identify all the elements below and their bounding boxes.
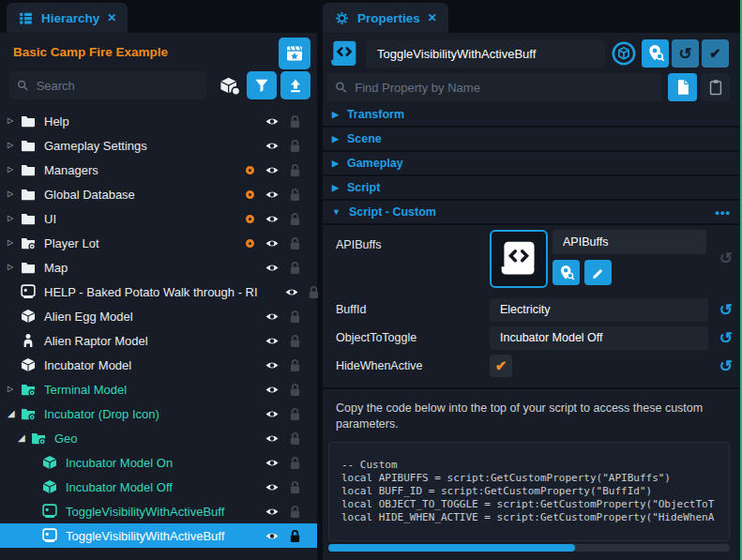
- tree-row[interactable]: Incubator Model Off: [0, 475, 317, 499]
- expander-collapsed-icon[interactable]: ▷: [8, 166, 21, 174]
- visibility-eye-icon[interactable]: [265, 481, 280, 493]
- close-icon[interactable]: ✕: [107, 11, 116, 24]
- visibility-eye-icon[interactable]: [265, 189, 280, 201]
- lock-icon[interactable]: [289, 261, 301, 275]
- reset-icon[interactable]: ↺: [719, 358, 733, 374]
- tree-row[interactable]: ◢ Geo: [0, 426, 317, 450]
- lock-icon[interactable]: [289, 310, 301, 324]
- visibility-eye-icon[interactable]: [265, 432, 280, 445]
- visibility-eye-icon[interactable]: [265, 359, 280, 371]
- section-gameplay[interactable]: ▶ Gameplay: [323, 152, 740, 176]
- find-property-field[interactable]: [326, 73, 662, 101]
- tree-row[interactable]: ▷ Player Lot: [0, 231, 317, 255]
- collapse-all-button[interactable]: [280, 71, 310, 99]
- visibility-eye-icon[interactable]: [265, 335, 280, 347]
- section-scene[interactable]: ▶ Scene: [323, 128, 740, 152]
- tree-row[interactable]: ◢ Incubator (Drop Icon): [0, 401, 317, 426]
- expander-collapsed-icon[interactable]: ▷: [8, 117, 21, 125]
- expander-collapsed-icon[interactable]: ▷: [8, 386, 21, 393]
- horizontal-scrollbar[interactable]: [328, 544, 730, 552]
- object-name-field[interactable]: [366, 40, 605, 68]
- hidewhenactive-checkbox[interactable]: ✔: [490, 355, 512, 377]
- visibility-eye-icon[interactable]: [265, 164, 280, 176]
- text-field[interactable]: [490, 326, 708, 350]
- objecttotoggle-input[interactable]: [498, 330, 700, 345]
- lock-icon[interactable]: [289, 529, 301, 543]
- tree-row[interactable]: Incubator Model: [0, 353, 317, 377]
- tree-row[interactable]: ▷ UI: [0, 206, 317, 231]
- lock-icon[interactable]: [289, 480, 301, 494]
- lock-icon[interactable]: [289, 114, 301, 129]
- tree-row[interactable]: HELP - Baked Potato Walk through - RI: [0, 280, 317, 304]
- section-menu-icon[interactable]: •••: [715, 205, 731, 219]
- expander-collapsed-icon[interactable]: ▷: [8, 264, 21, 271]
- lock-icon[interactable]: [289, 456, 301, 470]
- tab-hierarchy[interactable]: Hierarchy ✕: [7, 3, 128, 33]
- find-in-scene-button[interactable]: [642, 39, 669, 68]
- tab-properties[interactable]: Properties ✕: [323, 3, 448, 33]
- asset-name-input[interactable]: [561, 235, 698, 250]
- visibility-eye-icon[interactable]: [284, 286, 299, 298]
- filter-button[interactable]: [247, 71, 277, 99]
- lock-icon[interactable]: [308, 285, 320, 299]
- scrollbar-thumb[interactable]: [328, 544, 575, 552]
- reset-icon[interactable]: ↺: [719, 302, 733, 318]
- expander-collapsed-icon[interactable]: ▷: [8, 190, 21, 198]
- tree-row[interactable]: ToggleVisibilityWithActiveBuff: [0, 499, 317, 523]
- lock-icon[interactable]: [289, 139, 301, 153]
- expander-collapsed-icon[interactable]: ▷: [8, 239, 21, 247]
- section-transform[interactable]: ▶ Transform: [323, 103, 740, 128]
- tree-row[interactable]: Alien Egg Model: [0, 304, 317, 328]
- visibility-eye-icon[interactable]: [265, 237, 280, 250]
- copy-properties-button[interactable]: [668, 73, 697, 101]
- visibility-eye-icon[interactable]: [265, 262, 280, 274]
- search-input[interactable]: [35, 78, 199, 94]
- visibility-eye-icon[interactable]: [265, 457, 280, 469]
- lock-icon[interactable]: [289, 431, 301, 446]
- paste-properties-button[interactable]: [701, 73, 730, 101]
- tree-row[interactable]: ▷ Help: [0, 109, 317, 133]
- asset-thumbnail[interactable]: [490, 230, 548, 288]
- hierarchy-search[interactable]: [9, 71, 206, 99]
- tree-row[interactable]: ▷ Global Database: [0, 182, 317, 206]
- tree-row[interactable]: ▷ Gameplay Settings: [0, 133, 317, 158]
- expander-expanded-icon[interactable]: ◢: [8, 409, 21, 418]
- tree-row-selected[interactable]: ToggleVisibilityWithActiveBuff: [0, 523, 317, 548]
- lock-icon[interactable]: [289, 212, 301, 226]
- scene-template-button[interactable]: [279, 38, 310, 69]
- code-snippet-box[interactable]: -- Custom local APIBUFFS = script:GetCus…: [328, 442, 730, 541]
- tree-row[interactable]: Incubator Model On: [0, 450, 317, 475]
- expander-collapsed-icon[interactable]: ▷: [8, 215, 21, 222]
- tree-row[interactable]: ▷ Map: [0, 255, 317, 280]
- apply-button[interactable]: ✔: [702, 39, 729, 68]
- revert-button[interactable]: ↺: [672, 39, 699, 68]
- buffid-input[interactable]: [498, 302, 700, 317]
- locate-asset-button[interactable]: [553, 260, 580, 285]
- visibility-eye-icon[interactable]: [265, 140, 280, 152]
- lock-icon[interactable]: [289, 236, 301, 250]
- visibility-eye-icon[interactable]: [265, 408, 280, 420]
- tree-row[interactable]: Alien Raptor Model: [0, 328, 317, 353]
- group-mode-icon[interactable]: [219, 76, 242, 97]
- tree-row[interactable]: ▷ Terminal Model: [0, 377, 317, 401]
- visibility-eye-icon[interactable]: [265, 310, 280, 323]
- lock-icon[interactable]: [289, 163, 301, 177]
- object-name-input[interactable]: [375, 46, 596, 62]
- lock-icon[interactable]: [289, 358, 301, 372]
- edit-asset-button[interactable]: [584, 260, 612, 285]
- text-field[interactable]: [490, 298, 708, 322]
- lock-icon[interactable]: [289, 383, 301, 397]
- close-icon[interactable]: ✕: [428, 11, 437, 24]
- lock-icon[interactable]: [289, 188, 301, 202]
- lock-icon[interactable]: [289, 505, 301, 519]
- asset-name-field[interactable]: [553, 230, 706, 254]
- visibility-eye-icon[interactable]: [265, 530, 280, 542]
- section-script[interactable]: ▶ Script: [323, 176, 740, 201]
- lock-icon[interactable]: [289, 334, 301, 348]
- visibility-eye-icon[interactable]: [265, 384, 280, 396]
- section-script-custom[interactable]: ▼ Script - Custom •••: [323, 201, 740, 225]
- lock-icon[interactable]: [289, 407, 301, 421]
- reset-icon[interactable]: ↺: [719, 330, 733, 346]
- find-property-input[interactable]: [353, 80, 654, 96]
- visibility-eye-icon[interactable]: [265, 506, 280, 518]
